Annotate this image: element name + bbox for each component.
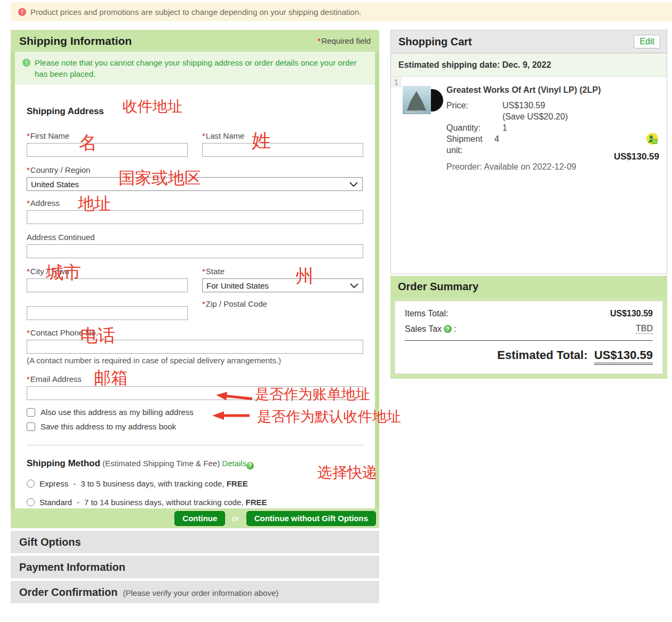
address-label: *Address bbox=[27, 198, 363, 208]
required-field-label: Required field bbox=[321, 36, 371, 45]
last-name-input[interactable] bbox=[202, 143, 363, 157]
cart-item-subtotal-block: US$130.59 bbox=[614, 132, 659, 162]
required-field-note: *Required field bbox=[318, 36, 371, 45]
cart-item-subtotal: US$130.59 bbox=[614, 151, 659, 162]
shopping-cart-title: Shopping Cart bbox=[398, 36, 472, 48]
cart-item-list: 1 YesAsia.com Greatest Works Of Art (Vin… bbox=[391, 77, 667, 274]
required-asterisk: * bbox=[27, 267, 30, 276]
state-label: *State bbox=[202, 267, 363, 276]
email-input[interactable] bbox=[27, 386, 363, 400]
address-continued-field: Address Continued bbox=[27, 233, 363, 258]
cart-item-index: 1 bbox=[391, 77, 402, 87]
phone-field: *Contact Phone No. bbox=[27, 328, 363, 354]
savings-row: (Save US$20.20) bbox=[446, 111, 606, 122]
info-icon bbox=[22, 59, 30, 67]
shipping-notice: Please note that you cannot change your … bbox=[15, 52, 375, 85]
shipment-unit-row: Shipment unit: 4 bbox=[446, 133, 606, 156]
shipping-address-heading: Shipping Address bbox=[27, 106, 363, 117]
billing-address-checkbox-row: Also use this address as my billing addr… bbox=[27, 408, 363, 417]
form-footer: Continue or Continue without Gift Option… bbox=[11, 508, 379, 528]
phone-note: (A contact number is required in case of… bbox=[27, 356, 363, 365]
required-asterisk: * bbox=[27, 374, 30, 384]
country-label: *Country / Region bbox=[27, 165, 363, 174]
notice-text: Please note that you cannot change your … bbox=[35, 57, 367, 79]
phone-label: *Contact Phone No. bbox=[27, 328, 363, 337]
express-radio[interactable] bbox=[27, 480, 35, 488]
first-name-input[interactable] bbox=[27, 143, 188, 157]
sales-tax-row: Sales Tax : TBD bbox=[405, 324, 653, 334]
help-icon[interactable] bbox=[444, 325, 452, 333]
shopping-cart-box: Shopping Cart Edit Estimated shipping da… bbox=[390, 30, 667, 274]
shipping-method-title: Shipping Method bbox=[27, 458, 100, 468]
express-dash: - bbox=[73, 479, 76, 488]
sales-tax-label-wrap: Sales Tax : bbox=[405, 324, 457, 334]
estimated-total-row: Estimated Total: US$130.59 bbox=[405, 348, 653, 365]
alert-icon bbox=[18, 8, 26, 16]
estimated-total-label: Estimated Total: bbox=[497, 348, 588, 362]
product-title[interactable]: Greatest Works Of Art (Vinyl LP) (2LP) bbox=[446, 84, 606, 95]
help-icon[interactable] bbox=[246, 462, 254, 469]
order-summary-body: Items Total: US$130.59 Sales Tax : TBD E bbox=[390, 297, 667, 379]
price-row: Price: US$130.59 bbox=[446, 100, 606, 111]
shipping-method-heading: Shipping Method (Estimated Shipping Time… bbox=[27, 458, 363, 469]
standard-radio[interactable] bbox=[27, 498, 35, 506]
billing-address-checkbox-label: Also use this address as my billing addr… bbox=[41, 408, 194, 417]
preorder-availability: Preorder: Available on 2022-12-09 bbox=[446, 162, 606, 172]
required-asterisk: * bbox=[27, 165, 30, 174]
zip-label-wrap: *Zip / Postal Code bbox=[202, 299, 363, 308]
sales-tax-value: TBD bbox=[636, 324, 653, 334]
address-continued-label: Address Continued bbox=[27, 233, 363, 242]
billing-address-checkbox[interactable] bbox=[27, 408, 35, 417]
required-asterisk: * bbox=[318, 36, 321, 45]
cart-item-rows: Price: US$130.59 (Save US$20.20) Quantit… bbox=[446, 100, 606, 156]
last-name-field: *Last Name bbox=[202, 131, 363, 157]
first-name-label: *First Name bbox=[27, 131, 188, 140]
country-select[interactable]: United States bbox=[27, 177, 363, 191]
first-name-field: *First Name bbox=[27, 131, 188, 157]
shipping-information-panel: Shipping Information *Required field Ple… bbox=[11, 30, 379, 528]
details-link[interactable]: Details bbox=[222, 459, 246, 468]
state-select[interactable]: For United States bbox=[202, 278, 363, 292]
gift-options-section[interactable]: Gift Options bbox=[11, 531, 379, 553]
chevron-down-icon bbox=[349, 182, 358, 187]
city-input[interactable] bbox=[27, 278, 188, 292]
express-shipping-option: Express - 3 to 5 business days, with tra… bbox=[27, 479, 363, 488]
free-shipping-icon bbox=[645, 132, 659, 146]
address-input[interactable] bbox=[27, 210, 363, 224]
continue-without-gift-options-button[interactable]: Continue without Gift Options bbox=[246, 511, 376, 526]
zip-input[interactable] bbox=[27, 306, 188, 320]
destination-warning-banner: Product prices and promotions are subjec… bbox=[11, 2, 672, 21]
edit-cart-button[interactable]: Edit bbox=[634, 35, 660, 49]
checkout-page: Product prices and promotions are subjec… bbox=[0, 0, 672, 622]
continue-button[interactable]: Continue bbox=[174, 511, 225, 526]
address-book-checkbox[interactable] bbox=[27, 422, 35, 431]
express-fee: FREE bbox=[227, 479, 248, 488]
standard-fee: FREE bbox=[246, 498, 267, 507]
mountain-art bbox=[406, 91, 427, 110]
zip-field bbox=[27, 306, 188, 320]
estimated-total-value: US$130.59 bbox=[594, 348, 653, 365]
quantity-row: Quantity: 1 bbox=[446, 122, 606, 133]
order-confirmation-title: Order Confirmation bbox=[19, 581, 117, 603]
cart-item-details: Greatest Works Of Art (Vinyl LP) (2LP) P… bbox=[446, 84, 606, 172]
address-continued-input[interactable] bbox=[27, 244, 363, 258]
standard-desc: 7 to 14 business days, without tracking … bbox=[84, 498, 267, 507]
state-select-value: For United States bbox=[206, 281, 269, 290]
required-asterisk: * bbox=[27, 328, 30, 337]
city-field: *City / Town bbox=[27, 267, 188, 292]
required-asterisk: * bbox=[27, 198, 30, 208]
cart-panel: Shopping Cart Edit Estimated shipping da… bbox=[390, 30, 667, 379]
shipping-method-subtitle: (Estimated Shipping Time & Fee) bbox=[102, 459, 220, 468]
city-label: *City / Town bbox=[27, 267, 188, 276]
sales-tax-label: Sales Tax bbox=[405, 324, 442, 334]
payment-information-section[interactable]: Payment Information bbox=[11, 556, 379, 578]
required-asterisk: * bbox=[202, 131, 205, 140]
phone-input[interactable] bbox=[27, 340, 363, 354]
product-thumbnail[interactable]: YesAsia.com bbox=[403, 85, 443, 115]
required-asterisk: * bbox=[202, 299, 205, 308]
form-divider bbox=[27, 445, 363, 445]
order-summary-inner: Items Total: US$130.59 Sales Tax : TBD E bbox=[395, 301, 663, 374]
shipping-form-body: Please note that you cannot change your … bbox=[11, 52, 379, 508]
items-total-row: Items Total: US$130.59 bbox=[405, 309, 653, 318]
order-confirmation-section[interactable]: Order Confirmation (Please verify your o… bbox=[11, 581, 379, 603]
